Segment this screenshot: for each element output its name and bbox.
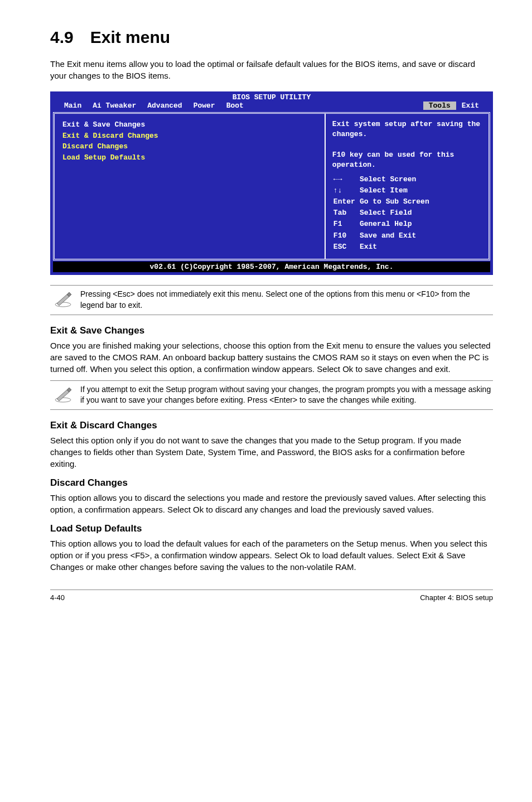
note-esc-text: Pressing <Esc> does not immediately exit… — [80, 289, 493, 311]
key-label-select-field: Select Field — [360, 208, 433, 218]
note-exit-warning-text: If you attempt to exit the Setup program… — [80, 384, 493, 406]
key-arrows-lr: ←→ — [333, 175, 359, 185]
key-label-save-exit: Save and Exit — [360, 231, 433, 241]
bios-tab-power[interactable]: Power — [188, 102, 221, 110]
bios-tab-tools[interactable]: Tools — [423, 102, 456, 110]
key-label-exit: Exit — [360, 242, 433, 252]
pencil-icon — [54, 291, 72, 311]
page-number: 4-40 — [50, 593, 65, 602]
text-exit-save: Once you are finished making your select… — [50, 340, 493, 375]
key-f1: F1 — [333, 219, 359, 229]
bios-tab-exit[interactable]: Exit — [456, 102, 485, 110]
text-discard: This option allows you to discard the se… — [50, 492, 493, 515]
heading-load-defaults: Load Setup Defaults — [50, 523, 493, 534]
bios-help-line2: F10 key can be used for this operation. — [332, 150, 482, 170]
text-exit-discard: Select this option only if you do not wa… — [50, 434, 493, 470]
bios-item-exit-save[interactable]: Exit & Save Changes — [62, 119, 317, 131]
bios-item-load-defaults[interactable]: Load Setup Defaults — [62, 152, 317, 163]
chapter-label: Chapter 4: BIOS setup — [420, 593, 493, 602]
heading-exit-discard: Exit & Discard Changes — [50, 420, 493, 431]
bios-footer: v02.61 (C)Copyright 1985-2007, American … — [53, 262, 490, 272]
bios-tab-boot[interactable]: Boot — [221, 102, 249, 110]
key-enter: Enter — [333, 197, 359, 207]
bios-title: BIOS SETUP UTILITY — [51, 92, 492, 102]
key-f10: F10 — [333, 231, 359, 241]
intro-text: The Exit menu items allow you to load th… — [50, 58, 493, 81]
bios-item-discard[interactable]: Discard Changes — [62, 141, 317, 152]
bios-tab-advanced[interactable]: Advanced — [142, 102, 187, 110]
page-footer: 4-40 Chapter 4: BIOS setup — [50, 590, 493, 602]
bios-tab-ai-tweaker[interactable]: Ai Tweaker — [87, 102, 142, 110]
pencil-icon — [54, 386, 72, 407]
section-title: 4.9 Exit menu — [50, 28, 493, 47]
bios-tab-main[interactable]: Main — [59, 102, 87, 110]
bios-screen: BIOS SETUP UTILITY Main Ai Tweaker Advan… — [50, 91, 493, 275]
bios-help-line1: Exit system setup after saving the chang… — [332, 119, 482, 139]
heading-discard: Discard Changes — [50, 477, 493, 489]
key-label-subscreen: Go to Sub Screen — [360, 197, 433, 207]
bios-left-panel: Exit & Save Changes Exit & Discard Chang… — [55, 114, 325, 259]
key-label-select-screen: Select Screen — [360, 175, 433, 185]
key-label-help: General Help — [360, 219, 433, 229]
note-exit-warning: If you attempt to exit the Setup program… — [50, 380, 493, 410]
key-arrows-ud: ↑↓ — [333, 186, 359, 196]
bios-keys: ←→Select Screen ↑↓Select Item EnterGo to… — [332, 173, 482, 253]
text-load-defaults: This option allows you to load the defau… — [50, 538, 493, 573]
bios-help-line-blank — [332, 139, 482, 149]
note-esc: Pressing <Esc> does not immediately exit… — [50, 285, 493, 315]
bios-tabs: Main Ai Tweaker Advanced Power Boot Tool… — [51, 102, 492, 112]
key-tab: Tab — [333, 208, 359, 218]
bios-right-panel: Exit system setup after saving the chang… — [325, 114, 489, 259]
key-label-select-item: Select Item — [360, 186, 433, 196]
heading-exit-save: Exit & Save Changes — [50, 325, 493, 336]
key-esc: ESC — [333, 242, 359, 252]
bios-item-exit-discard[interactable]: Exit & Discard Changes — [62, 131, 317, 142]
